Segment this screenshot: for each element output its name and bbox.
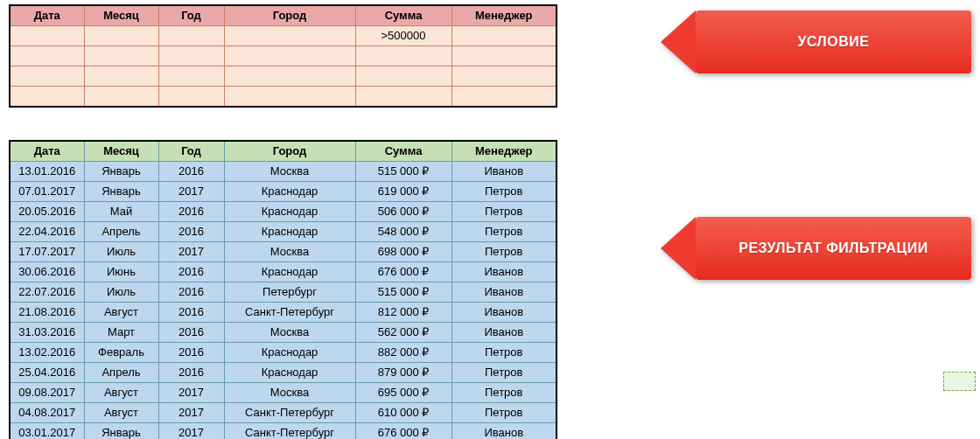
cell: [224, 66, 355, 87]
cell: Петров: [452, 202, 556, 222]
result-header-row: Дата Месяц Год Город Сумма Менеджер: [10, 141, 556, 162]
cell: [452, 66, 556, 87]
cell: Иванов: [452, 262, 556, 282]
cell: [355, 87, 452, 108]
cell: Апрель: [84, 222, 158, 242]
cell: Петербург: [224, 282, 355, 303]
callout-result-label: РЕЗУЛЬТАТ ФИЛЬТРАЦИИ: [696, 217, 971, 280]
result-row: 25.04.2016Апрель2016Краснодар879 000 ₽Пе…: [10, 363, 556, 383]
cell: [452, 87, 556, 108]
cell: 2016: [158, 262, 224, 282]
callout-condition-label: УСЛОВИЕ: [696, 10, 971, 73]
cell: 619 000 ₽: [355, 182, 452, 202]
header-sum: Сумма: [355, 141, 452, 162]
cell: Август: [84, 383, 158, 403]
cell: [84, 46, 158, 66]
cell: Иванов: [452, 282, 556, 303]
cell: 548 000 ₽: [355, 222, 452, 242]
cell: 2016: [158, 303, 224, 323]
cell: Август: [84, 403, 158, 423]
cell: [10, 87, 84, 108]
cell: Иванов: [452, 303, 556, 323]
cell: Иванов: [452, 323, 556, 343]
cell: 2016: [158, 202, 224, 222]
cell: Москва: [224, 323, 355, 343]
result-row: 13.02.2016Февраль2016Краснодар882 000 ₽П…: [10, 343, 556, 363]
result-row: 22.07.2016Июль2016Петербург515 000 ₽Иван…: [10, 282, 556, 303]
cell: Август: [84, 303, 158, 323]
criteria-row: [10, 46, 556, 66]
cell: 2017: [158, 383, 224, 403]
cell: Июль: [84, 282, 158, 303]
cell: [158, 66, 224, 87]
cell: Февраль: [84, 343, 158, 363]
cell: Июнь: [84, 262, 158, 282]
cell: [355, 66, 452, 87]
cell: 22.07.2016: [10, 282, 84, 303]
header-year: Год: [158, 5, 224, 26]
cell: [158, 26, 224, 46]
criteria-header-row: Дата Месяц Год Город Сумма Менеджер: [10, 5, 556, 26]
result-row: 30.06.2016Июнь2016Краснодар676 000 ₽Иван…: [10, 262, 556, 282]
cell: Июль: [84, 242, 158, 262]
cell: 695 000 ₽: [355, 383, 452, 403]
cell: 03.01.2017: [10, 423, 84, 440]
result-row: 04.08.2017Август2017Санкт-Петербург610 0…: [10, 403, 556, 423]
cell: 515 000 ₽: [355, 282, 452, 303]
cell: Январь: [84, 162, 158, 182]
result-row: 21.08.2016Август2016Санкт-Петербург812 0…: [10, 303, 556, 323]
cell: [355, 46, 452, 66]
cell: 30.06.2016: [10, 262, 84, 282]
cell: 13.01.2016: [10, 162, 84, 182]
selection-marker: [943, 372, 976, 391]
cell: >500000: [355, 26, 452, 46]
cell: Петров: [452, 363, 556, 383]
header-date: Дата: [10, 141, 84, 162]
cell: [10, 66, 84, 87]
arrow-left-icon: [661, 10, 696, 73]
cell: 506 000 ₽: [355, 202, 452, 222]
cell: Москва: [224, 383, 355, 403]
cell: [84, 26, 158, 46]
cell: 22.04.2016: [10, 222, 84, 242]
cell: Краснодар: [224, 343, 355, 363]
result-row: 09.08.2017Август2017Москва695 000 ₽Петро…: [10, 383, 556, 403]
cell: Март: [84, 323, 158, 343]
result-row: 13.01.2016Январь2016Москва515 000 ₽Ивано…: [10, 162, 556, 182]
cell: Петров: [452, 343, 556, 363]
result-table: Дата Месяц Год Город Сумма Менеджер 13.0…: [9, 140, 557, 439]
cell: 09.08.2017: [10, 383, 84, 403]
cell: 879 000 ₽: [355, 363, 452, 383]
cell: 31.03.2016: [10, 323, 84, 343]
callout-condition: УСЛОВИЕ: [661, 10, 971, 73]
cell: Апрель: [84, 363, 158, 383]
result-row: 07.01.2017Январь2017Краснодар619 000 ₽Пе…: [10, 182, 556, 202]
cell: 2016: [158, 282, 224, 303]
cell: Иванов: [452, 423, 556, 440]
cell: [224, 26, 355, 46]
cell: Май: [84, 202, 158, 222]
result-row: 17.07.2017Июль2017Москва698 000 ₽Петров: [10, 242, 556, 262]
cell: 13.02.2016: [10, 343, 84, 363]
result-row: 31.03.2016Март2016Москва562 000 ₽Иванов: [10, 323, 556, 343]
cell: 562 000 ₽: [355, 323, 452, 343]
header-city: Город: [224, 5, 355, 26]
cell: [10, 26, 84, 46]
cell: 2017: [158, 182, 224, 202]
cell: Санкт-Петербург: [224, 403, 355, 423]
cell: Краснодар: [224, 182, 355, 202]
cell: Петров: [452, 182, 556, 202]
cell: 698 000 ₽: [355, 242, 452, 262]
criteria-row: >500000: [10, 26, 556, 46]
header-mgr: Менеджер: [452, 141, 556, 162]
cell: [158, 46, 224, 66]
cell: 2016: [158, 343, 224, 363]
cell: [224, 87, 355, 108]
result-row: 22.04.2016Апрель2016Краснодар548 000 ₽Пе…: [10, 222, 556, 242]
header-mgr: Менеджер: [452, 5, 556, 26]
cell: Петров: [452, 222, 556, 242]
cell: Москва: [224, 242, 355, 262]
cell: 21.08.2016: [10, 303, 84, 323]
cell: [224, 46, 355, 66]
cell: 07.01.2017: [10, 182, 84, 202]
